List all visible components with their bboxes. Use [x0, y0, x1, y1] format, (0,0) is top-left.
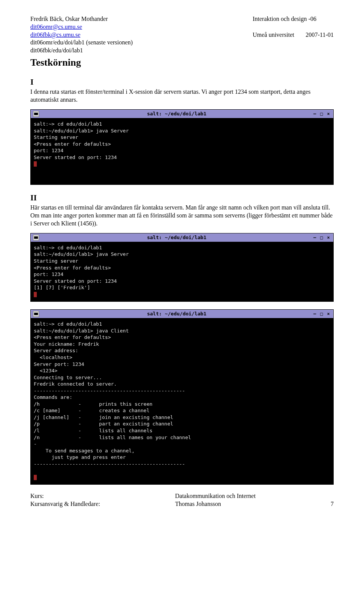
terminal-output-2: salt:~> cd edu/doi/lab1 salt:~/edu/doi/l… [34, 245, 129, 290]
course-name: Interaktion och design -06 [253, 15, 334, 23]
terminal-output-1: salt:~> cd edu/doi/lab1 salt:~/edu/doi/l… [34, 121, 129, 160]
terminal-title: salt: ~/edu/doi/lab1 [41, 110, 312, 117]
terminal-titlebar: salt: ~/edu/doi/lab1 – □ × [31, 110, 333, 118]
uni-date-row: Umeå universitet 2007-11-01 [253, 31, 334, 39]
minimize-icon[interactable]: – [312, 235, 317, 240]
terminal-titlebar: salt: ~/edu/doi/lab1 – □ × [31, 310, 333, 318]
terminal-window-1: salt: ~/edu/doi/lab1 – □ × salt:~> cd ed… [30, 109, 334, 185]
terminal-window-3: salt: ~/edu/doi/lab1 – □ × salt:~> cd ed… [30, 309, 334, 485]
blank-row [253, 23, 334, 31]
page-footer: Kurs: Kursansvarig & Handledare: Datakom… [30, 492, 334, 508]
path-1: dit06omr/edu/doi/lab1 (senaste versionen… [30, 39, 133, 46]
terminal-system-icon[interactable] [33, 235, 39, 241]
footer-center: Datakommunikation och Internet Thomas Jo… [175, 492, 256, 508]
authors: Fredrik Bäck, Oskar Mothander [30, 15, 133, 23]
terminal-titlebar: salt: ~/edu/doi/lab1 – □ × [31, 233, 333, 242]
footer-left: Kurs: Kursansvarig & Handledare: [30, 492, 100, 508]
section-1-heading: I [30, 77, 334, 88]
footer-label-kurs: Kurs: [30, 492, 100, 500]
header-left: Fredrik Bäck, Oskar Mothander dit06omr@c… [30, 15, 133, 55]
section-1-text: I denna ruta startas ett fönster/termina… [30, 88, 334, 104]
path-2: dit06fbk/edu/doi/lab1 [30, 47, 83, 54]
section-2-heading: II [30, 192, 334, 203]
email-link-1[interactable]: dit06omr@cs.umu.se [30, 23, 133, 31]
maximize-icon[interactable]: □ [319, 311, 324, 317]
page-title: Testkörning [30, 56, 334, 69]
terminal-cursor-icon [34, 292, 37, 297]
close-icon[interactable]: × [326, 311, 331, 317]
terminal-system-icon[interactable] [33, 111, 39, 117]
header-right: Interaktion och design -06 Umeå universi… [253, 15, 334, 55]
terminal-title: salt: ~/edu/doi/lab1 [41, 234, 312, 241]
document-page: Fredrik Bäck, Oskar Mothander dit06omr@c… [0, 0, 364, 523]
maximize-icon[interactable]: □ [319, 235, 324, 240]
window-buttons: – □ × [312, 311, 331, 317]
close-icon[interactable]: × [326, 111, 331, 117]
window-buttons: – □ × [312, 111, 331, 117]
page-number: 7 [331, 500, 334, 508]
email-link-2[interactable]: dit06fbk@cs.umu.se [30, 31, 133, 39]
maximize-icon[interactable]: □ [319, 111, 324, 117]
terminal-cursor-icon [34, 161, 37, 167]
footer-supervisor: Thomas Johansson [175, 500, 256, 508]
terminal-system-icon[interactable] [33, 311, 39, 317]
window-buttons: – □ × [312, 235, 331, 240]
date: 2007-11-01 [306, 31, 334, 39]
terminal-body-1[interactable]: salt:~> cd edu/doi/lab1 salt:~/edu/doi/l… [31, 118, 333, 184]
minimize-icon[interactable]: – [312, 111, 317, 117]
paths: dit06omr/edu/doi/lab1 (senaste versionen… [30, 39, 133, 55]
terminal-title: salt: ~/edu/doi/lab1 [41, 310, 312, 317]
minimize-icon[interactable]: – [312, 311, 317, 317]
terminal-cursor-icon [34, 475, 37, 480]
terminal-body-3[interactable]: salt:~> cd edu/doi/lab1 salt:~/edu/doi/l… [31, 318, 333, 484]
university: Umeå universitet [253, 31, 294, 39]
section-2-text: Här startas en till terminal där använda… [30, 204, 334, 227]
footer-label-handledare: Kursansvarig & Handledare: [30, 500, 100, 508]
close-icon[interactable]: × [326, 235, 331, 240]
terminal-output-3: salt:~> cd edu/doi/lab1 salt:~/edu/doi/l… [34, 321, 191, 466]
footer-course-title: Datakommunikation och Internet [175, 492, 256, 500]
terminal-window-2: salt: ~/edu/doi/lab1 – □ × salt:~> cd ed… [30, 233, 334, 302]
terminal-body-2[interactable]: salt:~> cd edu/doi/lab1 salt:~/edu/doi/l… [31, 242, 333, 301]
page-header: Fredrik Bäck, Oskar Mothander dit06omr@c… [30, 15, 334, 55]
